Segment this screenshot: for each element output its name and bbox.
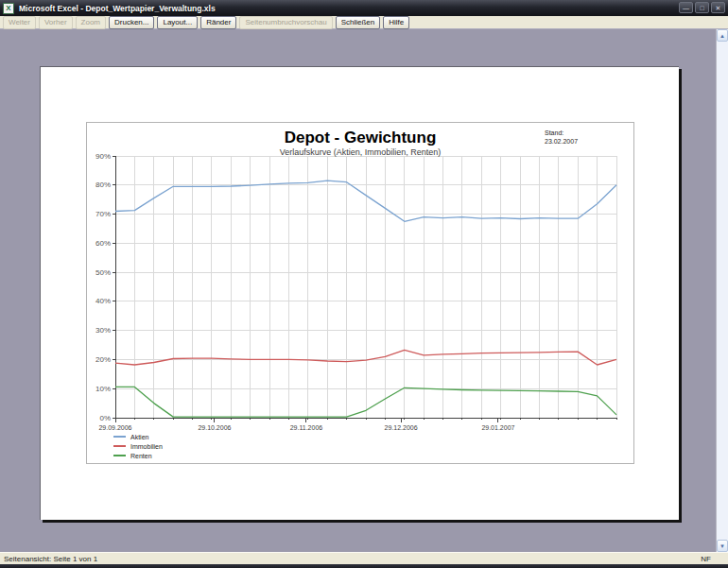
toolbar-button-zoom: Zoom bbox=[76, 16, 106, 29]
legend-label: Immobilien bbox=[130, 443, 163, 450]
window-controls: — □ ✕ bbox=[679, 2, 725, 13]
bottom-edge-strip bbox=[0, 564, 728, 568]
preview-page: 0%10%20%30%40%50%60%70%80%90%29.09.20062… bbox=[40, 66, 679, 520]
scroll-down-icon[interactable]: ▼ bbox=[717, 540, 728, 552]
status-bar: Seitenansicht: Seite 1 von 1 NF bbox=[0, 552, 728, 564]
svg-text:40%: 40% bbox=[95, 297, 111, 305]
toolbar-button-layout[interactable]: Layout... bbox=[157, 16, 198, 29]
chart-frame: 0%10%20%30%40%50%60%70%80%90%29.09.20062… bbox=[86, 122, 634, 464]
toolbar-button-weiter: Weiter bbox=[3, 16, 36, 29]
minimize-button[interactable]: — bbox=[679, 2, 693, 13]
svg-text:0%: 0% bbox=[99, 414, 111, 422]
vertical-scrollbar[interactable]: ▲ ▼ bbox=[716, 29, 728, 552]
svg-text:29.09.2006: 29.09.2006 bbox=[98, 424, 131, 431]
toolbar-button-rander[interactable]: Ränder bbox=[200, 16, 236, 29]
close-button[interactable]: ✕ bbox=[711, 2, 725, 13]
svg-text:50%: 50% bbox=[95, 268, 111, 277]
svg-text:29.01.2007: 29.01.2007 bbox=[481, 424, 514, 431]
toolbar-button-drucken[interactable]: Drucken... bbox=[109, 16, 154, 29]
chart-legend: AktienImmobilienRenten bbox=[113, 432, 163, 460]
svg-text:10%: 10% bbox=[95, 385, 111, 393]
window-title: Microsoft Excel - Depot_Wertpapier_Verwa… bbox=[19, 4, 216, 13]
svg-text:30%: 30% bbox=[95, 326, 111, 335]
status-mode-indicator: NF bbox=[701, 555, 711, 563]
svg-text:20%: 20% bbox=[95, 355, 111, 364]
legend-item-aktien: Aktien bbox=[113, 432, 163, 441]
legend-line-icon bbox=[113, 445, 126, 447]
restore-button[interactable]: □ bbox=[695, 2, 709, 13]
chart-subtitle: Verlaufskurve (Aktien, Immobilien, Rente… bbox=[87, 147, 633, 157]
toolbar-button-seitenumbruchvorschau: Seitenumbruchvorschau bbox=[239, 16, 332, 29]
svg-text:70%: 70% bbox=[95, 210, 111, 218]
svg-text:29.11.2006: 29.11.2006 bbox=[290, 424, 323, 431]
stand-date: 23.02.2007 bbox=[545, 137, 578, 146]
stand-date-block: Stand: 23.02.2007 bbox=[545, 129, 578, 146]
toolbar-button-schliessen[interactable]: Schließen bbox=[336, 16, 381, 29]
toolbar-button-vorher: Vorher bbox=[39, 16, 73, 29]
legend-label: Aktien bbox=[130, 434, 148, 440]
print-preview-area: 0%10%20%30%40%50%60%70%80%90%29.09.20062… bbox=[0, 29, 728, 552]
toolbar-button-hilfe[interactable]: Hilfe bbox=[383, 16, 409, 29]
svg-text:29.12.2006: 29.12.2006 bbox=[385, 424, 418, 431]
status-text: Seitenansicht: Seite 1 von 1 bbox=[4, 555, 97, 563]
svg-text:60%: 60% bbox=[95, 239, 111, 248]
stand-label: Stand: bbox=[545, 129, 578, 137]
scroll-up-icon[interactable]: ▲ bbox=[717, 29, 728, 42]
legend-item-renten: Renten bbox=[113, 451, 163, 460]
legend-item-immobilien: Immobilien bbox=[113, 441, 163, 451]
excel-window: X Microsoft Excel - Depot_Wertpapier_Ver… bbox=[0, 0, 728, 568]
legend-label: Renten bbox=[130, 453, 152, 459]
legend-line-icon bbox=[113, 436, 126, 438]
legend-line-icon bbox=[113, 455, 126, 456]
excel-app-icon: X bbox=[3, 3, 14, 14]
line-chart: 0%10%20%30%40%50%60%70%80%90%29.09.20062… bbox=[87, 123, 635, 465]
title-bar: X Microsoft Excel - Depot_Wertpapier_Ver… bbox=[0, 0, 728, 16]
preview-toolbar: WeiterVorherZoomDrucken...Layout...Rände… bbox=[0, 16, 728, 29]
svg-text:80%: 80% bbox=[95, 181, 111, 189]
svg-text:29.10.2006: 29.10.2006 bbox=[198, 424, 231, 431]
